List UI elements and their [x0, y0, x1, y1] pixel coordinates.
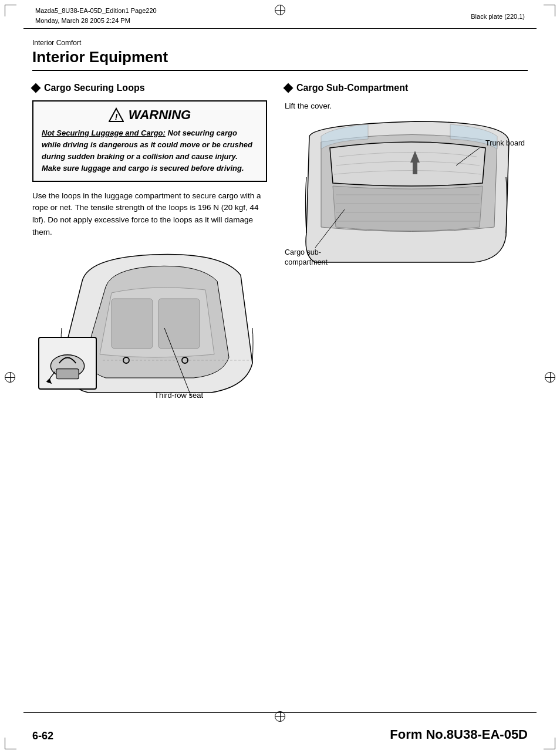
meta-line2: Monday, March 28 2005 2:24 PM: [35, 16, 157, 26]
diagram-trunk: Trunk board Cargo sub- compartment: [285, 119, 528, 271]
diagram-cargo-loops: Third-row seat: [32, 246, 267, 404]
two-column-layout: Cargo Securing Loops ! WARNING: [32, 83, 528, 404]
warning-box: ! WARNING Not Securing Luggage and Cargo…: [32, 100, 267, 182]
cargo-loops-heading: Cargo Securing Loops: [32, 83, 267, 93]
crop-mark-br: [544, 738, 555, 749]
warning-icon: !: [109, 107, 124, 123]
reg-mark-right: [545, 372, 555, 383]
left-column: Cargo Securing Loops ! WARNING: [32, 83, 267, 404]
reg-mark-left: [5, 372, 15, 383]
main-content: Interior Comfort Interior Equipment Carg…: [32, 34, 528, 707]
crop-mark-tl: [5, 5, 16, 16]
page: Mazda5_8U38-EA-05D_Edition1 Page220 Mond…: [0, 0, 560, 754]
form-number: Form No.8U38-EA-05D: [390, 727, 528, 742]
crop-mark-bl: [5, 738, 16, 749]
warning-subtitle: Not Securing Luggage and Cargo:: [42, 129, 166, 137]
body-text: Use the loops in the luggage compartment…: [32, 190, 267, 239]
diamond-bullet-right: [284, 83, 294, 93]
svg-marker-9: [46, 378, 52, 384]
header-plate: Black plate (220,1): [471, 13, 525, 20]
lift-text: Lift the cover.: [285, 100, 528, 113]
diamond-bullet-left: [31, 83, 41, 93]
svg-rect-8: [56, 369, 79, 379]
reg-mark-top: [275, 5, 285, 15]
header-meta: Mazda5_8U38-EA-05D_Edition1 Page220 Mond…: [35, 6, 157, 25]
top-rule: [23, 28, 537, 29]
warning-text: Not Securing Luggage and Cargo: Not secu…: [42, 127, 258, 175]
trunk-board-label: Trunk board: [485, 139, 525, 147]
cargo-sub-label: Cargo sub- compartment: [285, 248, 328, 268]
bottom-rule: [23, 712, 537, 713]
section-breadcrumb: Interior Comfort: [32, 39, 528, 47]
warning-title: ! WARNING: [42, 107, 258, 123]
section-title: Interior Equipment: [32, 48, 528, 71]
svg-rect-11: [413, 163, 417, 174]
third-row-label: Third-row seat: [154, 391, 203, 400]
page-number: 6-62: [32, 730, 53, 742]
right-column: Cargo Sub-Compartment Lift the cover.: [285, 83, 528, 404]
crop-mark-tr: [544, 5, 555, 16]
cargo-sub-heading: Cargo Sub-Compartment: [285, 83, 528, 93]
svg-rect-2: [112, 299, 153, 349]
svg-text:!: !: [114, 112, 117, 121]
svg-rect-3: [158, 299, 200, 349]
meta-line1: Mazda5_8U38-EA-05D_Edition1 Page220: [35, 6, 157, 16]
